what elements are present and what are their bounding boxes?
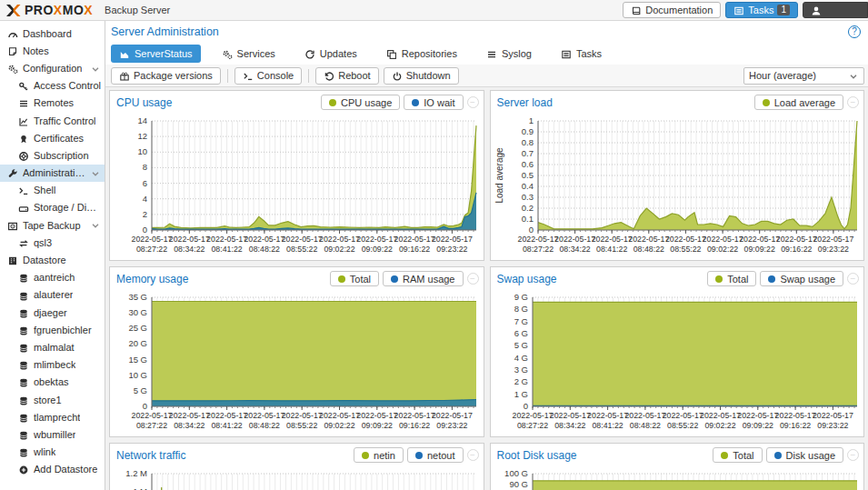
panel-root-disk-usage: Root Disk usageTotalDisk usage−010 G20 G… [490, 443, 865, 490]
chevron-down-icon[interactable] [90, 62, 101, 74]
sidebar-item-store1[interactable]: store1 [0, 391, 105, 408]
tab-updates[interactable]: Updates [296, 45, 365, 63]
chart-canvas[interactable]: 00.10.20.30.40.50.60.70.80.912022-05-170… [493, 114, 863, 257]
help-icon[interactable]: ? [848, 25, 861, 38]
documentation-button[interactable]: Documentation [623, 2, 721, 18]
sidebar-item-dashboard[interactable]: Dashboard [0, 25, 105, 42]
legend-item-ram-usage[interactable]: RAM usage [383, 271, 463, 286]
sidebar-item-label: Shell [34, 185, 55, 195]
chart-canvas[interactable]: 05 G10 G15 G20 G25 G30 G35 G2022-05-1708… [112, 290, 482, 434]
svg-text:08:34:22: 08:34:22 [554, 421, 585, 430]
package-versions-button[interactable]: Package versions [111, 67, 221, 85]
sidebar-item-djaeger[interactable]: djaeger [0, 304, 105, 321]
timeframe-value: Hour (average) [749, 70, 816, 81]
collapse-icon[interactable]: − [847, 273, 859, 285]
sidebar-item-certificates[interactable]: Certificates [0, 129, 105, 146]
tab-repositories[interactable]: Repositories [378, 45, 465, 63]
sidebar-item-datastore[interactable]: Datastore [0, 251, 105, 268]
reboot-button[interactable]: Reboot [315, 67, 378, 85]
legend-item-total[interactable]: Total [330, 271, 379, 286]
legend-item-load-average[interactable]: Load average [754, 95, 843, 110]
legend-item-netin[interactable]: netin [354, 447, 404, 463]
svg-text:1 M: 1 M [133, 486, 147, 490]
sidebar-item-access-control[interactable]: Access Control [0, 77, 105, 95]
tab-tasks[interactable]: Tasks [553, 45, 610, 63]
chart-canvas[interactable]: 024681012142022-05-1708:27:222022-05-170… [112, 114, 482, 257]
legend-item-cpu-usage[interactable]: CPU usage [321, 95, 400, 110]
sidebar-item-traffic-control[interactable]: Traffic Control [0, 112, 105, 129]
svg-text:08:41:22: 08:41:22 [596, 245, 627, 254]
svg-text:15 G: 15 G [128, 355, 147, 365]
chart-canvas[interactable]: 00.2 M0.4 M0.6 M0.8 M1 M1.2 M2022-05-170… [112, 466, 482, 490]
svg-text:0.2: 0.2 [521, 203, 533, 213]
svg-text:08:34:22: 08:34:22 [559, 245, 590, 254]
sidebar-item-wlink[interactable]: wlink [0, 444, 105, 461]
chevron-down-icon[interactable] [90, 167, 101, 179]
sidebar-item-wbumiller[interactable]: wbumiller [0, 425, 105, 443]
sidebar-item-mlimbeck[interactable]: mlimbeck [0, 356, 105, 374]
shutdown-button[interactable]: Shutdown [384, 67, 459, 85]
sidebar-item-administration[interactable]: Administration [0, 165, 105, 182]
collapse-icon[interactable]: − [467, 96, 479, 108]
tab-syslog[interactable]: Syslog [478, 45, 540, 63]
page-title: Server Administration [111, 25, 219, 38]
legend-dot-icon [768, 275, 775, 283]
sidebar-item-configuration[interactable]: Configuration [0, 59, 105, 76]
terminal-icon [243, 70, 254, 81]
sidebar-item-fgruenbichler[interactable]: fgruenbichler [0, 321, 105, 338]
svg-text:12: 12 [137, 131, 147, 141]
sidebar-item-label: mlimbeck [34, 359, 75, 370]
sidebar-item-qsl3[interactable]: qsl3 [0, 234, 105, 251]
svg-text:1: 1 [528, 115, 533, 125]
sidebar-item-obektas[interactable]: obektas [0, 374, 105, 391]
add-icon [18, 464, 29, 475]
tab-services[interactable]: Services [214, 45, 284, 63]
svg-text:08:41:22: 08:41:22 [592, 421, 623, 430]
svg-text:0.9: 0.9 [521, 126, 533, 136]
sidebar-item-add-datastore[interactable]: Add Datastore [0, 461, 105, 478]
sidebar-item-malmalat[interactable]: malmalat [0, 338, 105, 355]
sidebar-item-aantreich[interactable]: aantreich [0, 269, 105, 286]
legend-item-disk-usage[interactable]: Disk usage [766, 447, 843, 463]
tab-label: Services [237, 48, 275, 59]
sidebar-item-notes[interactable]: Notes [0, 42, 105, 59]
svg-text:08:48:22: 08:48:22 [629, 421, 660, 430]
collapse-icon[interactable]: − [467, 273, 479, 285]
collapse-icon[interactable]: − [847, 449, 859, 461]
svg-text:2022-05-17: 2022-05-17 [206, 235, 247, 244]
svg-text:0: 0 [143, 225, 147, 235]
legend-item-io-wait[interactable]: IO wait [404, 95, 463, 110]
tab-bar: ServerStatusServicesUpdatesRepositoriesS… [105, 43, 868, 65]
sidebar-item-storage-disks[interactable]: Storage / Disks [0, 199, 105, 216]
collapse-icon[interactable]: − [467, 449, 479, 461]
svg-text:2022-05-17: 2022-05-17 [169, 235, 210, 244]
sidebar-item-subscription[interactable]: Subscription [0, 146, 105, 164]
console-button[interactable]: Console [234, 67, 302, 85]
note-icon [7, 45, 18, 56]
tasks-button[interactable]: Tasks 1 [725, 2, 798, 18]
chart-canvas[interactable]: 01 G2 G3 G4 G5 G6 G7 G8 G9 G2022-05-1708… [493, 290, 863, 434]
legend-item-total[interactable]: Total [713, 447, 762, 463]
sidebar-item-label: fgruenbichler [34, 325, 92, 335]
sidebar-item-label: wlink [34, 446, 55, 457]
sidebar-item-tlamprecht[interactable]: tlamprecht [0, 408, 105, 425]
sidebar-item-shell[interactable]: Shell [0, 182, 105, 199]
gears-icon [222, 48, 233, 59]
main-content: Server Administration ? ServerStatusServ… [105, 21, 868, 490]
legend-item-netout[interactable]: netout [407, 447, 464, 463]
tab-serverstatus[interactable]: ServerStatus [111, 45, 201, 63]
chevron-down-icon[interactable] [90, 219, 101, 231]
sidebar-item-remotes[interactable]: Remotes [0, 95, 105, 112]
collapse-icon[interactable]: − [847, 96, 859, 108]
panel-server-load: Server loadLoad average−00.10.20.30.40.5… [490, 90, 865, 261]
legend-item-total[interactable]: Total [707, 271, 756, 286]
legend-item-swap-usage[interactable]: Swap usage [760, 271, 843, 286]
chart-canvas[interactable]: 010 G20 G30 G40 G50 G60 G70 G80 G90 G100… [493, 466, 863, 490]
svg-text:2022-05-17: 2022-05-17 [432, 235, 473, 244]
sidebar-item-alauterer[interactable]: alauterer [0, 286, 105, 304]
timeframe-select[interactable]: Hour (average) [743, 67, 864, 85]
legend-label: Load average [774, 97, 835, 108]
user-menu-button[interactable] [803, 2, 868, 18]
list-icon [486, 48, 497, 59]
sidebar-item-tape-backup[interactable]: Tape Backup [0, 216, 105, 234]
